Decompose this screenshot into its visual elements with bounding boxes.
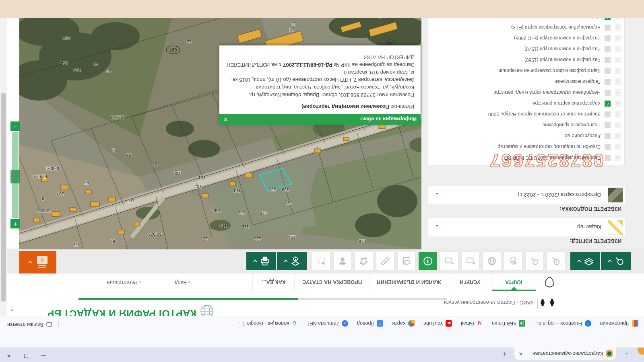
layer-label[interactable]: Разграфки и номенклатури (БГС 2005) — [514, 36, 601, 41]
print-tool-button[interactable] — [246, 252, 276, 270]
nav-tab-как-да-[interactable]: КАК ДА... — [252, 274, 295, 291]
shield-icon[interactable] — [544, 276, 555, 288]
layer-label[interactable]: Геодезически мрежи — [554, 79, 601, 85]
window-minimize-button[interactable]: — — [35, 348, 52, 362]
layer-label[interactable]: Разграфки и номенклатури (1970) — [524, 47, 601, 52]
layer-expand-icon[interactable]: › — [615, 35, 621, 42]
bookmark-item[interactable]: Приложения — [600, 320, 638, 327]
parcel-number-label: 111 — [242, 224, 249, 229]
layer-label[interactable]: Едромащабни топографски карти (ЕТК) — [511, 25, 601, 31]
page-scrollbar-thumb[interactable] — [1, 93, 6, 302]
bookmark-label: Zamunda.NET — [307, 321, 339, 326]
layer-row: ›Кадастрална карта и регистри — [428, 98, 624, 109]
chevron-down-icon[interactable]: ⌄ — [434, 191, 440, 199]
popup-header[interactable]: Информация за обект ✕ — [219, 114, 421, 125]
layer-checkbox[interactable] — [605, 133, 611, 139]
layers-tool-button[interactable] — [570, 252, 600, 270]
measure-area-tool-button[interactable] — [397, 252, 416, 270]
download-tool-button[interactable] — [333, 252, 352, 270]
window-maximize-button[interactable]: ❐ — [18, 348, 34, 362]
bookmark-item[interactable]: fFacebook – log in o... — [534, 320, 591, 327]
bookmark-item[interactable]: zZamunda.NET — [307, 320, 348, 327]
layer-label[interactable]: Черноморско крайбрежие — [543, 123, 601, 128]
layer-expand-icon[interactable]: › — [615, 68, 621, 74]
popup-close-icon[interactable]: ✕ — [223, 116, 228, 123]
pan-tool-button[interactable] — [504, 252, 522, 270]
draw-polygon-tool-button[interactable] — [355, 252, 373, 270]
layer-expand-icon[interactable]: › — [615, 57, 621, 64]
layer-checkbox[interactable] — [605, 46, 611, 52]
bookmark-item[interactable]: MGmail — [461, 320, 483, 327]
new-tab-button[interactable]: + — [500, 349, 510, 359]
nav-tab-проверка-на-статус[interactable]: ПРОВЕРКА НА СТАТУС — [294, 274, 369, 291]
bookmark-item[interactable]: Gколекция - Google Т... — [239, 320, 297, 327]
zoom-out-button[interactable]: − — [10, 121, 20, 131]
layer-checkbox[interactable] — [605, 57, 611, 63]
layer-expand-icon[interactable]: › — [615, 101, 621, 107]
zoom-rect-in-tool-button[interactable] — [461, 252, 480, 270]
select-tool-button[interactable] — [312, 252, 330, 270]
view-option-row[interactable]: Кадастър ⌄ — [428, 218, 625, 237]
bookmark-item[interactable]: ▶YouTube — [423, 320, 452, 327]
selection-cart-button[interactable]: 0 — [19, 251, 56, 274]
window-close-button[interactable]: ✕ — [1, 348, 17, 362]
all-bookmarks-label[interactable]: Всички отметки — [7, 322, 43, 327]
layer-checkbox[interactable] — [605, 144, 611, 150]
base-option-row[interactable]: Ортофото карта (2020 г. - 2022 г.) ⌄ — [428, 186, 625, 204]
tab-search-icon[interactable]: ⌄ — [622, 350, 631, 359]
all-bookmarks[interactable]: | Всички отметки — [7, 321, 60, 328]
search-tool-button[interactable] — [601, 252, 631, 270]
layer-expand-icon[interactable]: › — [615, 133, 621, 140]
layer-expand-icon[interactable]: › — [615, 111, 621, 118]
bookmark-item[interactable]: ТПревод — [357, 320, 383, 327]
layer-checkbox[interactable] — [605, 155, 611, 161]
layer-checkbox[interactable] — [605, 90, 611, 96]
zoom-in-tool-button[interactable] — [547, 252, 565, 270]
parcel-number-label: 101 — [198, 175, 206, 180]
zoom-thumb[interactable] — [10, 170, 20, 183]
auth-link-login[interactable]: ›Вход — [175, 280, 190, 286]
layer-label[interactable]: Картографски и фотограметрични материали — [498, 68, 601, 74]
page-corner-caret-icon[interactable]: ▼ — [10, 308, 14, 312]
measure-distance-tool-button[interactable] — [376, 252, 394, 270]
layer-label[interactable]: Кадастрална карта и регистри — [533, 101, 601, 107]
layer-checkbox[interactable] — [605, 68, 611, 74]
layer-checkbox[interactable] — [605, 122, 611, 128]
layer-label[interactable]: Защитени зони от екологична мрежа Натура… — [488, 112, 601, 117]
browser-tab[interactable]: Кадастрално-административн ✕ — [514, 348, 616, 360]
zoom-rect-out-tool-button[interactable] — [440, 252, 458, 270]
layer-expand-icon[interactable]: › — [615, 122, 621, 129]
layer-label[interactable]: Служби по геодезия, картография и кадаст… — [497, 144, 601, 150]
layer-expand-icon[interactable]: › — [615, 79, 621, 85]
bookmark-item[interactable]: Карти — [392, 320, 415, 327]
chevron-down-icon[interactable]: ⌄ — [434, 224, 440, 231]
layer-expand-icon[interactable]: › — [615, 18, 621, 20]
auth-link-register[interactable]: ›Регистрация — [107, 280, 141, 286]
zoom-in-button[interactable]: + — [10, 219, 20, 228]
layer-checkbox[interactable] — [605, 111, 611, 117]
zamunda-icon: z — [342, 320, 348, 327]
layer-expand-icon[interactable]: › — [615, 90, 621, 96]
parcel-number-label: 125 — [254, 237, 261, 241]
layer-checkbox[interactable] — [605, 18, 611, 20]
layer-label[interactable]: Информационно-административна карта — [508, 18, 601, 20]
zoom-out-tool-button[interactable] — [525, 252, 544, 270]
layer-expand-icon[interactable]: › — [615, 46, 621, 53]
nav-tab-услуги[interactable]: УСЛУГИ — [448, 274, 492, 291]
layer-expand-icon[interactable]: › — [615, 25, 621, 31]
layer-expand-icon[interactable]: › — [615, 155, 621, 161]
layer-checkbox[interactable] — [605, 25, 611, 31]
layer-checkbox[interactable] — [605, 79, 611, 85]
layer-label[interactable]: Лесоустройство — [565, 134, 601, 139]
layer-checkbox[interactable] — [605, 101, 611, 107]
bookmark-item[interactable]: @АБВ Поща — [492, 320, 526, 327]
layer-expand-icon[interactable]: › — [615, 144, 621, 150]
tab-close-icon[interactable]: ✕ — [518, 351, 524, 357]
identify-tool-button[interactable] — [419, 252, 437, 270]
layer-checkbox[interactable] — [605, 35, 611, 41]
layer-label[interactable]: Неодобрени кадастрална карта и кад. реги… — [493, 90, 601, 96]
full-extent-tool-button[interactable] — [483, 252, 501, 270]
layer-label[interactable]: Разграфки и номенклатури (1950) — [524, 58, 601, 63]
layers-info-tool-button[interactable] — [277, 252, 307, 270]
nav-tab-жалби-и-възражения[interactable]: ЖАЛБИ И ВЪЗРАЖЕНИЯ — [369, 274, 448, 291]
